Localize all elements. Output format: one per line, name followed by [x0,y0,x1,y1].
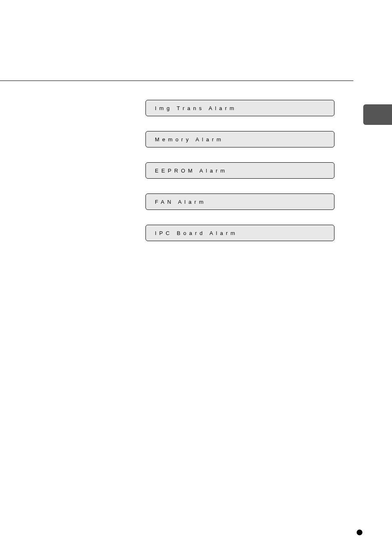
side-tab-indicator [363,104,392,125]
alarm-display-box: FAN Alarm [145,193,334,210]
alarm-display-box: IPC Board Alarm [145,225,334,241]
alarm-text: FAN Alarm [155,199,206,205]
alarm-display-box: Memory Alarm [145,131,334,147]
footer-bullet-icon [357,530,362,535]
alarm-text: Img Trans Alarm [155,105,237,111]
alarm-text: EEPROM Alarm [155,168,228,174]
section-divider [0,81,353,81]
page-footer [357,530,362,535]
alarm-text: IPC Board Alarm [155,230,238,236]
alarm-text: Memory Alarm [155,136,224,143]
alarm-display-box: Img Trans Alarm [145,100,334,116]
alarm-display-box: EEPROM Alarm [145,162,334,179]
